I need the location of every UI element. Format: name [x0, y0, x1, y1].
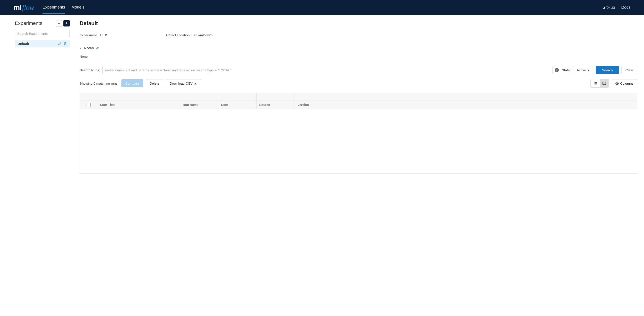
state-dropdown[interactable]: Active ▼ [573, 66, 594, 74]
select-all-checkbox[interactable] [86, 103, 90, 107]
main-content: Default Experiment ID : 0 Artifact Locat… [76, 20, 644, 174]
view-toggle [590, 79, 609, 88]
clear-button[interactable]: Clear [622, 66, 637, 74]
state-value: Active [577, 68, 586, 72]
artifact-location-label: Artifact Location : [166, 33, 192, 37]
sidebar: Experiments ＋ Default [0, 20, 76, 174]
mlflow-logo[interactable]: ml flow [14, 3, 34, 12]
edit-notes-button[interactable] [96, 47, 99, 50]
delete-experiment-button[interactable] [64, 42, 67, 46]
svg-rect-2 [594, 83, 594, 83]
experiment-id-value: 0 [105, 33, 107, 37]
sidebar-item-label: Default [18, 42, 29, 46]
caret-down-icon: ▼ [80, 47, 82, 50]
chevron-left-icon [65, 21, 68, 26]
list-view-button[interactable] [591, 79, 600, 87]
download-csv-button[interactable]: Download CSV [166, 79, 202, 87]
top-nav: ml flow Experiments Models GitHub Docs [0, 0, 644, 15]
col-user[interactable]: User [218, 101, 256, 109]
sidebar-item-default[interactable]: Default [15, 40, 70, 47]
experiment-id-label: Experiment ID : [80, 33, 103, 37]
logo-ml-text: ml [14, 3, 22, 12]
table-group-header [80, 93, 637, 101]
link-github[interactable]: GitHub [602, 5, 615, 10]
svg-point-9 [616, 83, 618, 84]
edit-experiment-button[interactable] [58, 42, 61, 46]
runs-table: Start Time Run Name User Source Version [80, 93, 637, 174]
help-icon[interactable]: ? [555, 68, 559, 72]
tab-models[interactable]: Models [72, 0, 84, 14]
sidebar-title: Experiments [15, 20, 42, 26]
download-icon [194, 81, 198, 85]
nav-tabs: Experiments Models [42, 0, 84, 14]
svg-rect-3 [594, 83, 597, 83]
notes-content: None [80, 54, 637, 58]
trash-icon [64, 42, 67, 46]
gear-icon [616, 82, 619, 85]
matching-runs-text: Showing 0 matching runs [80, 81, 118, 85]
notes-header[interactable]: ▼ Notes [80, 46, 637, 50]
svg-rect-1 [594, 82, 597, 83]
collapse-sidebar-button[interactable] [64, 20, 70, 26]
svg-rect-4 [594, 84, 594, 84]
experiment-id: Experiment ID : 0 [80, 33, 107, 37]
state-label: State: [562, 68, 571, 72]
tab-experiments[interactable]: Experiments [42, 0, 65, 14]
download-csv-label: Download CSV [170, 81, 193, 85]
nav-right: GitHub Docs [602, 5, 630, 10]
svg-rect-6 [603, 82, 606, 85]
col-source[interactable]: Source [256, 101, 295, 109]
compare-button: Compare [122, 79, 143, 87]
page-title: Default [80, 20, 637, 26]
search-runs-input[interactable] [102, 66, 552, 74]
search-experiments-input[interactable] [15, 30, 70, 37]
svg-rect-0 [594, 82, 594, 83]
columns-label: Columns [620, 81, 634, 85]
columns-button[interactable]: Columns [612, 79, 637, 87]
col-start-time[interactable]: Start Time [97, 101, 180, 109]
grid-view-button[interactable] [600, 79, 609, 87]
table-header-row: Start Time Run Name User Source Version [80, 101, 637, 109]
plus-icon: ＋ [57, 21, 61, 26]
list-icon [593, 81, 597, 85]
svg-rect-5 [594, 84, 597, 84]
col-run-name[interactable]: Run Name [180, 101, 218, 109]
link-docs[interactable]: Docs [621, 5, 630, 10]
edit-icon [96, 47, 99, 50]
edit-icon [58, 42, 61, 46]
search-runs-label: Search Runs: [80, 68, 100, 72]
artifact-location: Artifact Location : s3://mlflow/0 [166, 33, 212, 37]
search-button[interactable]: Search [596, 66, 620, 74]
delete-button[interactable]: Delete [146, 79, 163, 87]
grid-icon [602, 81, 606, 85]
artifact-location-value: s3://mlflow/0 [194, 33, 212, 37]
select-all-cell [80, 101, 97, 109]
notes-label: Notes [84, 46, 94, 50]
caret-down-icon: ▼ [587, 69, 590, 71]
add-experiment-button[interactable]: ＋ [56, 20, 62, 26]
logo-flow-text: flow [22, 3, 34, 12]
col-version[interactable]: Version [295, 101, 637, 109]
